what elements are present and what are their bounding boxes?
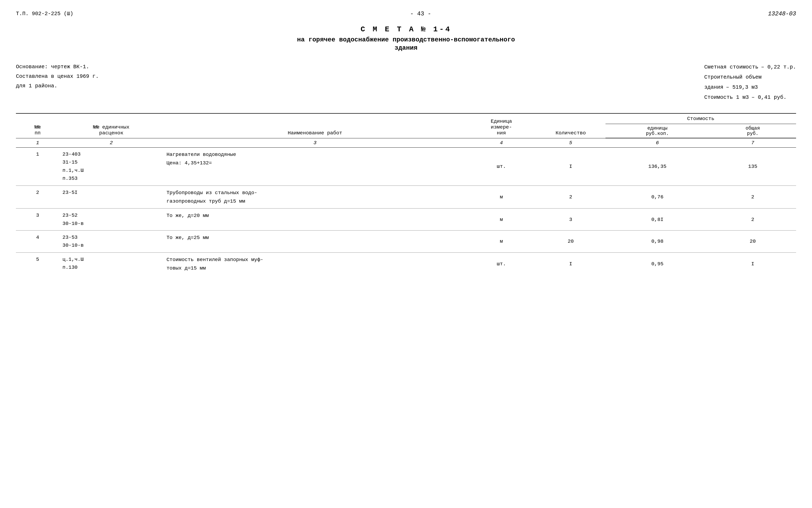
info-right-label1: Сметная стоимость (704, 62, 758, 72)
info-right-row2: Строительный объем (704, 72, 796, 82)
table-row: 5ц.1,ч.Ш п.130Стоимость вентилей запорны… (16, 253, 796, 275)
col-num-7: 7 (709, 138, 796, 147)
row-num: 4 (16, 230, 59, 252)
info-section: Основание: чертеж ВК-1. Составлена в цен… (16, 59, 796, 105)
table-num-row: 1 2 3 4 5 6 7 (16, 138, 796, 147)
col-header-name: Наименование работ (163, 113, 467, 138)
col-num-2: 2 (59, 138, 163, 147)
row-name: Нагреватели водоводяные Цена: 4,35+132= (163, 147, 467, 185)
row-rates: ц.1,ч.Ш п.130 (59, 253, 163, 275)
row-unit: шт. (467, 147, 536, 185)
info-right-row3: Стоимость 1 м3 – 0,41 руб. (704, 92, 796, 102)
row-unit: шт. (467, 253, 536, 275)
row-cost-unit: 0,8I (605, 209, 710, 230)
info-right-row2b: здания – 519,3 м3 (704, 82, 796, 92)
row-name: То же, д=25 мм (163, 230, 467, 252)
col-header-rates: №№ единичныхрасценок (59, 113, 163, 138)
row-num: 1 (16, 147, 59, 185)
header-top: Т.П. 902-2-225 (Ш) - 43 - 13248-03 (16, 11, 796, 17)
col-header-cost-unit: единицыруб.коп. (605, 124, 710, 138)
info-right: Сметная стоимость – 0,22 т.р. Строительн… (704, 62, 796, 102)
row-unit: м (467, 230, 536, 252)
table-row: 223-5IТрубопроводы из стальных водо- газ… (16, 185, 796, 208)
col-num-3: 3 (163, 138, 467, 147)
info-right-label2b: здания (704, 82, 723, 92)
header-code: 13248-03 (768, 11, 796, 17)
info-left-line2: Составлена в ценах 1969 г. (16, 72, 99, 81)
row-name: То же, д=20 мм (163, 209, 467, 230)
info-right-val3: – 0,41 руб. (752, 92, 786, 102)
col-num-4: 4 (467, 138, 536, 147)
row-name: Стоимость вентилей запорных муф- товых д… (163, 253, 467, 275)
row-rates: 23-52 30-10-в (59, 209, 163, 230)
title-section: С М Е Т А № 1-4 на горячее водоснабжение… (16, 25, 796, 51)
col-header-qty: Количество (536, 113, 605, 138)
info-right-label3: Стоимость 1 м3 (704, 92, 749, 102)
row-qty: 2 (536, 185, 605, 208)
row-cost-unit: 0,95 (605, 253, 710, 275)
header-doc-ref: Т.П. 902-2-225 (Ш) (16, 11, 73, 17)
table-row: 323-52 30-10-вТо же, д=20 ммм30,8I2 (16, 209, 796, 230)
header-page-num: - 43 - (410, 11, 431, 17)
col-header-unit: Единицаизмере-ния (467, 113, 536, 138)
row-qty: 20 (536, 230, 605, 252)
row-cost-total: 135 (709, 147, 796, 185)
col-num-1: 1 (16, 138, 59, 147)
row-qty: 3 (536, 209, 605, 230)
row-unit: м (467, 209, 536, 230)
row-rates: 23-403 31-15 п.1,ч.Ш п.353 (59, 147, 163, 185)
title-sub1: на горячее водоснабжение производственно… (16, 36, 796, 43)
row-name: Трубопроводы из стальных водо- газопрово… (163, 185, 467, 208)
info-right-val2: – 519,3 м3 (726, 82, 758, 92)
info-left-line1: Основание: чертеж ВК-1. (16, 62, 99, 72)
row-cost-total: 20 (709, 230, 796, 252)
table-row: 123-403 31-15 п.1,ч.Ш п.353Нагреватели в… (16, 147, 796, 185)
row-cost-unit: 0,98 (605, 230, 710, 252)
col-num-6: 6 (605, 138, 710, 147)
row-unit: м (467, 185, 536, 208)
col-header-num: №№пп (16, 113, 59, 138)
info-left: Основание: чертеж ВК-1. Составлена в цен… (16, 62, 99, 102)
row-num: 3 (16, 209, 59, 230)
col-header-cost-total: общаяруб. (709, 124, 796, 138)
info-left-line3: для 1 района. (16, 81, 99, 91)
row-rates: 23-53 30-10-в (59, 230, 163, 252)
row-rates: 23-5I (59, 185, 163, 208)
row-qty: I (536, 253, 605, 275)
title-sub2: здания (16, 44, 796, 51)
col-header-stoimost: Стоимость (605, 113, 796, 124)
row-cost-total: 2 (709, 185, 796, 208)
row-num: 2 (16, 185, 59, 208)
info-right-val1: – 0,22 т.р. (761, 62, 796, 72)
row-cost-unit: 0,76 (605, 185, 710, 208)
row-num: 5 (16, 253, 59, 275)
info-right-label2: Строительный объем (704, 72, 762, 82)
row-cost-unit: 136,35 (605, 147, 710, 185)
title-main: С М Е Т А № 1-4 (16, 25, 796, 34)
table-header-row1: №№пп №№ единичныхрасценок Наименование р… (16, 113, 796, 124)
row-cost-total: I (709, 253, 796, 275)
row-cost-total: 2 (709, 209, 796, 230)
main-table: №№пп №№ единичныхрасценок Наименование р… (16, 113, 796, 275)
row-qty: I (536, 147, 605, 185)
table-row: 423-53 30-10-вТо же, д=25 ммм200,9820 (16, 230, 796, 252)
info-right-row1: Сметная стоимость – 0,22 т.р. (704, 62, 796, 72)
col-num-5: 5 (536, 138, 605, 147)
